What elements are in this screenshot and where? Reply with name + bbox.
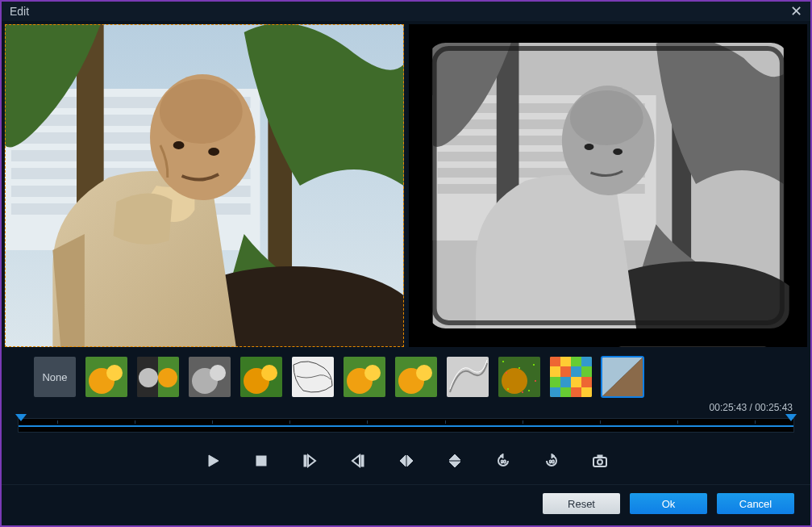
svg-point-56	[502, 368, 527, 394]
svg-rect-86	[304, 455, 306, 466]
play-icon[interactable]	[204, 452, 222, 470]
stop-icon[interactable]	[252, 452, 270, 470]
effect-color-3[interactable]	[344, 357, 385, 397]
svg-point-46	[261, 365, 277, 381]
effect-grayscale[interactable]	[189, 357, 231, 397]
preview-effect[interactable]	[409, 24, 808, 347]
svg-point-62	[506, 372, 507, 374]
svg-rect-80	[571, 387, 581, 397]
svg-text:90: 90	[501, 459, 506, 464]
effect-noise[interactable]	[498, 357, 540, 397]
timeline-area: 00:25:43 / 00:25:43	[2, 399, 810, 437]
window-title: Edit	[10, 5, 29, 18]
svg-rect-79	[560, 387, 571, 397]
svg-rect-66	[550, 357, 560, 366]
svg-marker-91	[407, 455, 413, 466]
svg-rect-89	[361, 455, 364, 466]
svg-point-59	[507, 388, 509, 390]
effect-oldfilm[interactable]	[602, 357, 643, 397]
svg-rect-67	[560, 357, 571, 366]
reset-button[interactable]: Reset	[543, 493, 620, 514]
timeline-track[interactable]	[18, 418, 794, 433]
svg-point-53	[416, 365, 432, 381]
svg-marker-90	[400, 455, 406, 466]
playback-controls: 90 90	[2, 437, 810, 481]
svg-point-60	[528, 390, 530, 391]
snapshot-icon[interactable]	[591, 452, 609, 470]
effect-emboss[interactable]	[447, 357, 489, 397]
svg-point-31	[613, 148, 623, 155]
svg-rect-54	[447, 357, 489, 397]
svg-point-61	[518, 367, 520, 369]
svg-point-39	[139, 368, 158, 387]
svg-point-50	[364, 365, 381, 381]
svg-point-36	[106, 365, 123, 381]
flip-vertical-icon[interactable]	[446, 452, 464, 470]
svg-point-57	[502, 361, 504, 362]
mark-out-icon[interactable]	[349, 452, 367, 470]
svg-point-100	[598, 460, 602, 465]
svg-point-63	[535, 380, 536, 382]
svg-point-64	[522, 391, 523, 393]
svg-rect-75	[560, 377, 571, 387]
time-display: 00:25:43 / 00:25:43	[710, 402, 793, 413]
svg-marker-92	[449, 454, 460, 460]
svg-rect-85	[256, 456, 266, 466]
effect-color-2[interactable]	[240, 357, 282, 397]
svg-text:90: 90	[549, 459, 555, 464]
svg-rect-78	[550, 387, 560, 397]
svg-point-40	[158, 368, 177, 387]
effects-strip: None	[2, 349, 810, 399]
flip-horizontal-icon[interactable]	[398, 452, 415, 470]
svg-point-29	[569, 90, 643, 145]
ok-button[interactable]: Ok	[630, 493, 707, 514]
svg-marker-87	[308, 455, 315, 466]
rotate-ccw-icon[interactable]: 90	[494, 452, 512, 470]
svg-rect-69	[581, 357, 592, 366]
svg-rect-81	[581, 387, 592, 397]
effect-color-4[interactable]	[395, 357, 437, 397]
rotate-cw-icon[interactable]: 90	[543, 452, 560, 470]
effect-color-1[interactable]	[85, 357, 127, 397]
svg-point-43	[210, 365, 226, 381]
svg-rect-70	[550, 366, 560, 377]
svg-marker-84	[209, 455, 219, 466]
svg-rect-68	[571, 357, 581, 366]
footer: Reset Ok Cancel	[2, 484, 810, 525]
svg-point-14	[173, 141, 185, 149]
svg-rect-71	[560, 366, 571, 377]
svg-rect-73	[581, 366, 592, 377]
cancel-button[interactable]: Cancel	[717, 493, 794, 514]
mark-in-icon[interactable]	[301, 452, 319, 470]
svg-point-15	[208, 148, 219, 156]
svg-marker-93	[449, 462, 460, 467]
svg-rect-76	[571, 377, 581, 387]
svg-point-58	[533, 364, 535, 366]
svg-point-30	[584, 144, 593, 150]
svg-point-13	[160, 79, 243, 144]
svg-rect-72	[571, 366, 581, 377]
titlebar: Edit ✕	[2, 2, 810, 21]
effect-sketch[interactable]	[292, 357, 334, 397]
effect-bw-split[interactable]	[137, 357, 179, 397]
preview-area	[2, 21, 810, 349]
svg-rect-99	[598, 455, 602, 458]
preview-original[interactable]	[5, 24, 404, 347]
svg-rect-77	[581, 377, 592, 387]
close-icon[interactable]: ✕	[790, 2, 802, 20]
effect-none[interactable]: None	[34, 357, 76, 397]
svg-rect-74	[550, 377, 560, 387]
effect-pixelate[interactable]	[550, 357, 592, 397]
svg-marker-88	[352, 455, 360, 466]
